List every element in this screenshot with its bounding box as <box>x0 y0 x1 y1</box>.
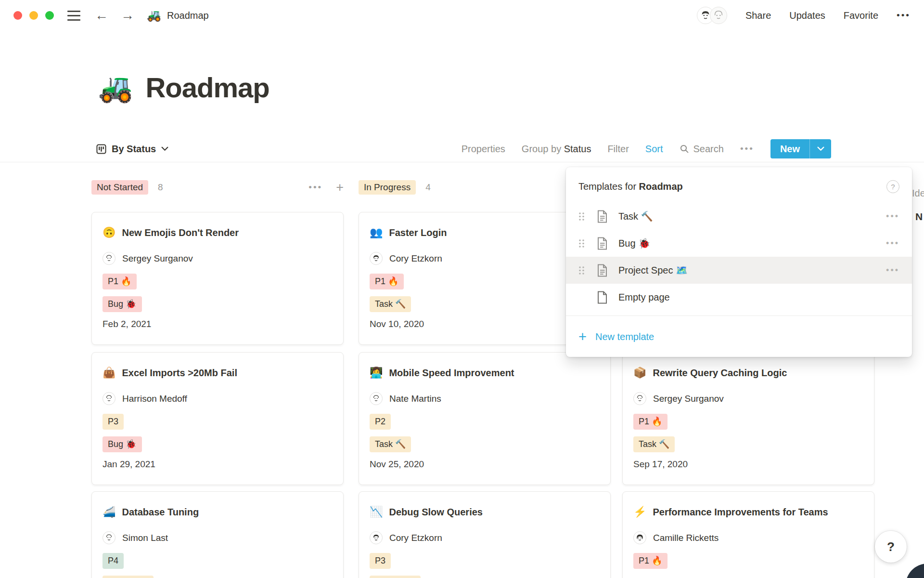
card[interactable]: 🚄Database Tuning Simon Last P4 <box>91 491 344 578</box>
template-more-icon[interactable]: ••• <box>886 238 899 249</box>
document-icon <box>597 237 608 250</box>
card-icon: 📦 <box>633 364 646 381</box>
board-view-icon <box>96 144 106 154</box>
card-icon: ⚡ <box>633 503 646 521</box>
help-circle-icon[interactable]: ? <box>886 180 899 193</box>
card-title: Debug Slow Queries <box>389 503 482 521</box>
help-button[interactable]: ? <box>875 531 907 563</box>
breadcrumb-page-title[interactable]: Roadmap <box>167 10 209 21</box>
column-count: 4 <box>425 182 431 193</box>
search-icon <box>680 144 689 154</box>
card[interactable]: 🙃New Emojis Don't Render Sergey Surganov… <box>91 212 344 345</box>
priority-badge: P1 🔥 <box>633 553 667 569</box>
messenger-bubble[interactable] <box>906 564 924 578</box>
more-options-icon[interactable]: ••• <box>897 10 911 21</box>
toolbar-divider <box>0 162 924 162</box>
template-item-bug[interactable]: Bug 🐞 ••• <box>566 230 912 257</box>
filter-button[interactable]: Filter <box>607 144 629 155</box>
updates-button[interactable]: Updates <box>789 10 825 21</box>
new-template-button[interactable]: + New template <box>566 316 912 357</box>
minimize-window-button[interactable] <box>29 11 38 20</box>
type-badge: Bug 🐞 <box>103 436 142 452</box>
card-icon: 🚄 <box>103 503 116 521</box>
plus-icon: + <box>578 330 587 344</box>
owner-name: Harrison Medoff <box>122 394 187 404</box>
drag-handle-icon[interactable] <box>578 212 586 221</box>
new-button-label[interactable]: New <box>770 139 809 158</box>
hidden-column-name-fragment: Ide <box>912 188 924 199</box>
column-status-badge[interactable]: In Progress <box>359 180 416 195</box>
avatar <box>103 392 116 405</box>
group-by-value: Status <box>564 144 591 154</box>
drag-handle-icon[interactable] <box>578 239 586 248</box>
topbar: ← → 🚜 Roadmap Share Updates Favorite ••• <box>0 0 924 31</box>
card[interactable]: 📉Debug Slow Queries Cory Etzkorn P3 <box>359 491 611 578</box>
avatar <box>103 252 116 265</box>
sort-button[interactable]: Sort <box>645 144 663 155</box>
hidden-card-title-fragment: N <box>915 211 923 223</box>
zoom-window-button[interactable] <box>45 11 54 20</box>
card[interactable]: 👜Excel Imports >20Mb Fail Harrison Medof… <box>91 352 344 485</box>
template-label: Project Spec 🗺️ <box>618 264 688 276</box>
new-button[interactable]: New <box>770 139 831 158</box>
column-add-card-icon[interactable]: + <box>336 181 344 194</box>
owner-name: Sergey Surganov <box>122 253 193 264</box>
document-icon <box>597 264 608 277</box>
column-more-icon[interactable]: ••• <box>308 182 322 193</box>
share-button[interactable]: Share <box>745 10 771 21</box>
view-name: By Status <box>112 144 156 155</box>
empty-page-icon <box>597 291 608 304</box>
search-button[interactable]: Search <box>680 144 724 155</box>
template-item-task[interactable]: Task 🔨 ••• <box>566 203 912 230</box>
template-list: Task 🔨 ••• Bug 🐞 ••• Project Spec 🗺️ •••… <box>566 203 912 311</box>
template-item-empty-page[interactable]: Empty page <box>566 284 912 311</box>
priority-badge: P3 <box>103 414 124 430</box>
card-icon: 👜 <box>103 364 116 381</box>
chevron-down-icon <box>817 146 824 151</box>
priority-badge: P1 🔥 <box>103 274 137 289</box>
priority-badge: P1 🔥 <box>633 414 667 430</box>
page-icon[interactable]: 🚜 <box>98 74 133 102</box>
template-more-icon[interactable]: ••• <box>886 265 899 276</box>
properties-button[interactable]: Properties <box>462 144 505 155</box>
sidebar-toggle-icon[interactable] <box>67 11 80 21</box>
priority-badge: P2 <box>370 414 391 430</box>
back-arrow-icon[interactable]: ← <box>95 9 108 22</box>
card[interactable]: 📦Rewrite Query Caching Logic Sergey Surg… <box>622 352 874 485</box>
card-title: Faster Login <box>389 224 447 241</box>
card-title: Rewrite Query Caching Logic <box>653 364 787 381</box>
document-icon <box>597 210 608 223</box>
type-badge: Task 🔨 <box>370 436 411 452</box>
card-icon: 🙃 <box>103 224 116 241</box>
page-header: 🚜 Roadmap <box>98 71 270 104</box>
avatar <box>103 531 116 544</box>
card-title: Mobile Speed Improvement <box>389 364 514 381</box>
card-title: Excel Imports >20Mb Fail <box>122 364 237 381</box>
card-icon: 👩‍💻 <box>370 364 383 381</box>
collaborator-avatars[interactable] <box>697 7 727 24</box>
app-window: ← → 🚜 Roadmap Share Updates Favorite •••… <box>0 0 924 578</box>
new-template-label: New template <box>595 331 654 342</box>
group-by-button[interactable]: Group by Status <box>522 144 591 155</box>
drag-handle-icon[interactable] <box>578 266 586 275</box>
card[interactable]: ⚡Performance Improvements for Teams Cami… <box>622 491 874 578</box>
card[interactable]: 👩‍💻Mobile Speed Improvement Nate Martins… <box>359 352 611 485</box>
page-title: Roadmap <box>145 71 269 104</box>
favorite-button[interactable]: Favorite <box>844 10 878 21</box>
topbar-actions: Share Updates Favorite ••• <box>697 7 911 24</box>
avatar <box>370 252 383 265</box>
column-status-badge[interactable]: Not Started <box>91 180 148 195</box>
template-item-project-spec[interactable]: Project Spec 🗺️ ••• <box>566 257 912 284</box>
chevron-down-icon <box>161 146 168 151</box>
card-date: Jan 29, 2021 <box>103 459 333 470</box>
avatar <box>370 531 383 544</box>
close-window-button[interactable] <box>13 11 22 20</box>
template-more-icon[interactable]: ••• <box>886 211 899 222</box>
view-more-options-icon[interactable]: ••• <box>740 144 754 154</box>
template-label: Bug 🐞 <box>618 237 650 249</box>
forward-arrow-icon[interactable]: → <box>121 9 134 22</box>
priority-badge: P1 🔥 <box>370 274 404 289</box>
popup-title-name: Roadmap <box>639 181 683 192</box>
new-button-dropdown[interactable] <box>809 139 831 158</box>
view-switcher[interactable]: By Status <box>96 144 168 155</box>
